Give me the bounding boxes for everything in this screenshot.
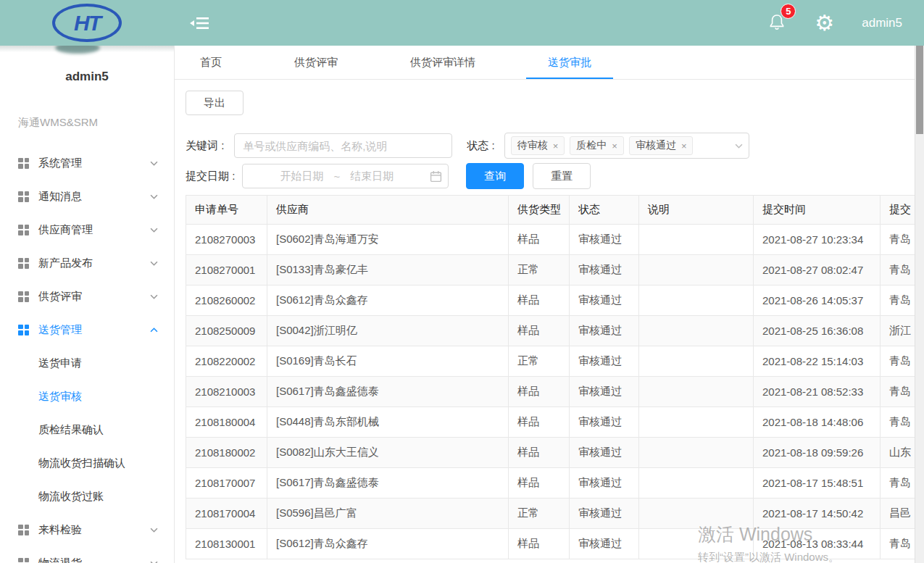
cell-submit-time: 2021-08-22 15:14:03	[754, 346, 881, 377]
sidebar-item-label: 供应商管理	[38, 223, 93, 237]
cell-submit-time: 2021-08-26 14:05:37	[754, 285, 881, 316]
column-header: 提交	[881, 196, 915, 225]
cell-supply-type: 样品	[509, 377, 570, 407]
cell-supplier: [S0082]山东大王信义	[267, 438, 509, 468]
sidebar-item-label: 来料检验	[38, 523, 82, 537]
sidebar-item[interactable]: 新产品发布	[0, 246, 174, 280]
cell-status: 审核通过	[570, 346, 639, 377]
sidebar-subitem[interactable]: 送货申请	[0, 346, 174, 380]
date-range-input[interactable]: 开始日期 ~ 结束日期	[242, 164, 449, 188]
cell-supplier: [S0612]青岛众鑫存	[267, 285, 509, 316]
chevron-down-icon	[150, 261, 158, 266]
cell-submit-time: 2021-08-18 14:48:06	[754, 407, 881, 438]
app-header: HT 5 ⚙ admin5	[0, 0, 924, 46]
sidebar-item-label: 新产品发布	[38, 257, 93, 270]
cell-supplier: [S0617]青岛鑫盛德泰	[267, 377, 509, 407]
sidebar-item[interactable]: 供货评审	[0, 280, 174, 313]
tab-item[interactable]: 供货评审详情	[388, 46, 497, 79]
cell-submit-time: 2021-08-27 10:23:34	[754, 225, 881, 255]
sidebar-subitem[interactable]: 质检结果确认	[0, 413, 174, 446]
tag-close-icon[interactable]: ×	[681, 141, 687, 151]
cell-status: 审核通过	[570, 468, 639, 499]
menu-fold-icon[interactable]	[190, 14, 210, 33]
cell-submit-extra: 昌邑	[881, 499, 915, 529]
column-header: 提交时间	[754, 196, 881, 225]
sidebar-item-label: 供货评审	[38, 290, 82, 304]
date-end-placeholder[interactable]: 结束日期	[350, 170, 394, 183]
table-row[interactable]: 2108170007[S0617]青岛鑫盛德泰样品审核通过2021-08-17 …	[186, 468, 915, 499]
notification-bell-icon[interactable]: 5	[768, 12, 787, 34]
cell-status: 审核通过	[570, 377, 639, 407]
table-row[interactable]: 2108170004[S0596]昌邑广富正常审核通过2021-08-17 14…	[186, 499, 915, 529]
table-row[interactable]: 2108260002[S0612]青岛众鑫存样品审核通过2021-08-26 1…	[186, 285, 915, 316]
table-row[interactable]: 2108270001[S0133]青岛豪亿丰正常审核通过2021-08-27 0…	[186, 255, 915, 285]
cell-note	[639, 255, 754, 285]
table-row[interactable]: 2108130001[S0612]青岛众鑫存样品审核通过2021-08-13 0…	[186, 529, 915, 559]
notification-badge: 5	[781, 4, 796, 19]
chevron-down-icon	[150, 228, 158, 233]
select-chevron-down-icon	[735, 143, 743, 149]
cell-submit-extra: 青岛	[881, 346, 915, 377]
cell-note	[639, 407, 754, 438]
status-tag: 审核通过 ×	[629, 136, 694, 155]
cell-note	[639, 377, 754, 407]
cell-supplier: [S0448]青岛东部机械	[267, 407, 509, 438]
export-button[interactable]: 导出	[186, 91, 244, 115]
sidebar-item[interactable]: 来料检验	[0, 513, 174, 546]
sidebar-item[interactable]: 系统管理	[0, 146, 174, 180]
sidebar-subitem[interactable]: 物流收货扫描确认	[0, 446, 174, 480]
header-username[interactable]: admin5	[862, 16, 902, 30]
sidebar-item[interactable]: 供应商管理	[0, 213, 174, 246]
cell-supply-type: 正常	[509, 346, 570, 377]
tag-close-icon[interactable]: ×	[612, 141, 617, 151]
scrollbar-thumb[interactable]	[916, 46, 923, 134]
reset-button[interactable]: 重置	[533, 163, 591, 189]
table-row[interactable]: 2108210003[S0617]青岛鑫盛德泰样品审核通过2021-08-21 …	[186, 377, 915, 407]
cell-submit-extra: 青岛	[881, 225, 915, 255]
keyword-input[interactable]	[234, 133, 452, 158]
cell-order-no: 2108170007	[186, 468, 267, 499]
table-row[interactable]: 2108220002[S0169]青岛长石正常审核通过2021-08-22 15…	[186, 346, 915, 377]
cell-supply-type: 样品	[509, 468, 570, 499]
cell-supplier: [S0169]青岛长石	[267, 346, 509, 377]
header-right: 5 ⚙ admin5	[768, 0, 902, 46]
sidebar-username: admin5	[0, 70, 174, 84]
status-tag: 待审核 ×	[511, 136, 565, 155]
table-row[interactable]: 2108180004[S0448]青岛东部机械样品审核通过2021-08-18 …	[186, 407, 915, 438]
cell-supply-type: 样品	[509, 529, 570, 559]
tab-item[interactable]: 供货评审	[272, 46, 359, 79]
date-start-placeholder[interactable]: 开始日期	[280, 170, 323, 183]
vertical-scrollbar[interactable]	[915, 46, 924, 563]
table-row[interactable]: 2108180002[S0082]山东大王信义样品审核通过2021-08-18 …	[186, 438, 915, 468]
sidebar-subitem[interactable]: 送货审核	[0, 380, 174, 413]
cell-supply-type: 正常	[509, 499, 570, 529]
sidebar-item-label: 通知消息	[38, 190, 82, 204]
status-multiselect[interactable]: 待审核 ×质检中 ×审核通过 ×	[504, 133, 749, 159]
cell-submit-extra: 浙江	[881, 316, 915, 346]
sidebar-item[interactable]: 通知消息	[0, 180, 174, 213]
cell-status: 审核通过	[570, 255, 639, 285]
tab-active[interactable]: 送货审批	[526, 46, 613, 79]
filter-row-keyword: 关键词 : 状态 : 待审核 ×质检中 ×审核通过 ×	[186, 133, 904, 159]
cell-order-no: 2108270001	[186, 255, 267, 285]
search-button[interactable]: 查询	[466, 163, 524, 189]
table-row[interactable]: 2108250009[S0042]浙江明亿样品审核通过2021-08-25 16…	[186, 316, 915, 346]
cell-note	[639, 225, 754, 255]
chevron-down-icon	[150, 161, 158, 166]
cell-status: 审核通过	[570, 316, 639, 346]
company-logo: HT	[52, 4, 122, 42]
settings-gear-icon[interactable]: ⚙	[815, 12, 834, 34]
sidebar-item-label: 物流退货	[38, 556, 82, 563]
cell-order-no: 2108270003	[186, 225, 267, 255]
cell-order-no: 2108250009	[186, 316, 267, 346]
tag-close-icon[interactable]: ×	[553, 141, 559, 151]
sidebar-subitem[interactable]: 物流收货过账	[0, 480, 174, 513]
cell-note	[639, 529, 754, 559]
sidebar-item-label: 送货管理	[38, 323, 82, 337]
sidebar-item[interactable]: 物流退货	[0, 546, 174, 563]
tab-item[interactable]: 首页	[178, 46, 244, 79]
sidebar-item[interactable]: 送货管理	[0, 313, 174, 346]
cell-submit-time: 2021-08-21 08:52:33	[754, 377, 881, 407]
cell-order-no: 2108180002	[186, 438, 267, 468]
table-row[interactable]: 2108270003[S0602]青岛海通万安样品审核通过2021-08-27 …	[186, 225, 915, 255]
